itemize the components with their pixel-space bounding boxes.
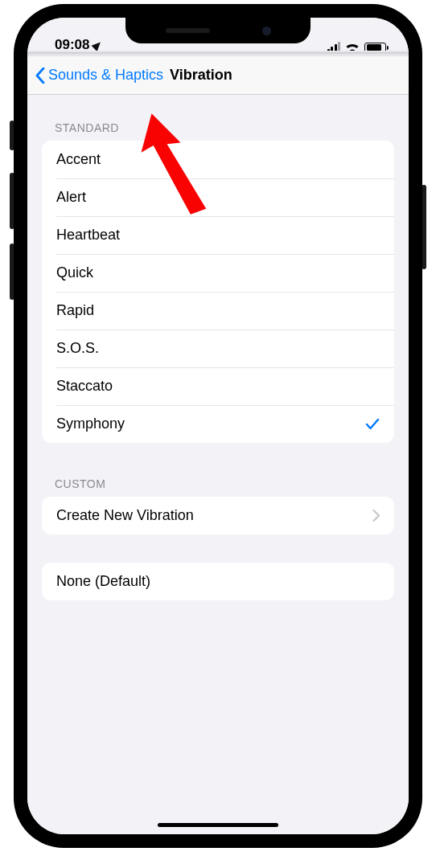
front-camera [262, 27, 271, 35]
vibration-option-none[interactable]: None (Default) [42, 563, 394, 600]
vibration-option-staccato[interactable]: Staccato [42, 367, 394, 405]
cellular-signal-icon [327, 42, 341, 53]
notch [125, 18, 311, 43]
chevron-right-icon [372, 510, 380, 522]
back-label: Sounds & Haptics [48, 67, 163, 84]
create-new-vibration-button[interactable]: Create New Vibration [42, 497, 394, 534]
vibration-option-rapid[interactable]: Rapid [42, 292, 394, 330]
row-label: None (Default) [56, 573, 150, 590]
navigation-bar: Sounds & Haptics Vibration [27, 56, 409, 95]
screen: 09:08 Sounds & Haptics [27, 18, 409, 834]
content-scroll[interactable]: STANDARD Accent Alert Heartbeat Quick Ra… [27, 95, 409, 834]
standard-group: Accent Alert Heartbeat Quick Rapid S.O.S… [42, 141, 394, 443]
row-label: Quick [56, 264, 93, 281]
row-label: S.O.S. [56, 340, 99, 357]
custom-section-header: CUSTOM [27, 471, 409, 497]
row-label: Heartbeat [56, 227, 120, 244]
vibration-option-alert[interactable]: Alert [42, 178, 394, 216]
custom-group: Create New Vibration [42, 497, 394, 534]
vibration-option-sos[interactable]: S.O.S. [42, 330, 394, 367]
row-label: Accent [56, 151, 101, 168]
home-indicator[interactable] [158, 823, 278, 827]
back-button[interactable]: Sounds & Haptics [35, 67, 163, 84]
vibration-option-heartbeat[interactable]: Heartbeat [42, 216, 394, 254]
status-time: 09:08 [55, 37, 89, 53]
speaker [166, 28, 210, 33]
row-label: Alert [56, 189, 86, 206]
page-title: Vibration [170, 67, 232, 84]
chevron-left-icon [35, 68, 45, 84]
none-group: None (Default) [42, 563, 394, 600]
vibration-option-quick[interactable]: Quick [42, 254, 394, 292]
standard-section-header: STANDARD [27, 115, 409, 141]
row-label: Create New Vibration [56, 507, 194, 524]
checkmark-icon [365, 417, 380, 432]
vibration-option-symphony[interactable]: Symphony [42, 405, 394, 443]
vibration-option-accent[interactable]: Accent [42, 141, 394, 178]
phone-frame: 09:08 Sounds & Haptics [14, 4, 422, 848]
location-icon [92, 39, 104, 51]
battery-icon [364, 43, 386, 53]
wifi-icon [345, 43, 360, 53]
row-label: Symphony [56, 416, 125, 432]
row-label: Staccato [56, 378, 113, 395]
row-label: Rapid [56, 302, 94, 319]
